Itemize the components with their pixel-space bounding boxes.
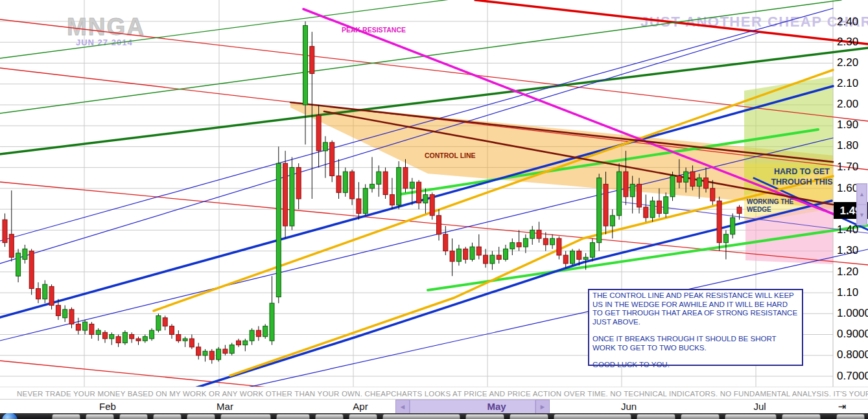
month-label-apr: Apr [353, 400, 368, 413]
analysis-note: THE CONTROL LINE AND PEAK RESISTANCE WIL… [588, 289, 803, 366]
taskbar-button[interactable] [153, 414, 182, 419]
price-axis-label: 1.30 [837, 244, 858, 256]
candle-body [243, 341, 248, 345]
candle-body [557, 238, 561, 255]
scroll-down-button[interactable]: ▼ [857, 205, 867, 225]
taskbar-button[interactable] [276, 414, 310, 419]
taskbar-button[interactable] [637, 414, 675, 419]
candle-body [737, 207, 742, 214]
candle-body [23, 249, 27, 259]
price-axis-label: 2.30 [837, 36, 858, 48]
candle-body [497, 255, 501, 259]
candle-body [463, 249, 468, 259]
taskbar-button[interactable] [119, 414, 148, 419]
month-label-may: May [487, 400, 506, 413]
price-axis-label: 1.90 [837, 119, 858, 131]
candle-body [103, 332, 108, 339]
disclaimer-bar: NEVER TRADE YOUR MONEY BASED ON MY WORK … [0, 387, 868, 399]
candle-body [350, 172, 355, 199]
candle-body [330, 142, 334, 176]
candle-body [597, 178, 602, 243]
taskbar-button[interactable] [782, 414, 821, 419]
month-label-jun: Jun [621, 400, 637, 413]
price-axis-label: 2.40 [837, 16, 858, 28]
candle-body [89, 324, 94, 334]
candle-body [543, 238, 548, 245]
candle-body [63, 310, 67, 318]
candle-body [250, 330, 254, 341]
price-axis-label: 1.10 [837, 286, 858, 299]
candle-body [343, 172, 347, 192]
working-wedge-label: WEDGE [747, 206, 771, 213]
candle-body [470, 247, 475, 259]
candle-body [189, 339, 194, 347]
candle-body [303, 25, 308, 104]
candle-body [256, 330, 261, 337]
scroll-up-button[interactable]: ▲ [857, 184, 867, 205]
taskbar-button[interactable] [315, 414, 344, 419]
candle-body [43, 284, 47, 299]
candle-body [644, 207, 648, 218]
candle-body [504, 249, 508, 259]
horizontal-scrollbar[interactable]: ◄ ► [395, 400, 550, 414]
candle-body [196, 347, 201, 356]
candle-body [410, 182, 414, 188]
candle-body [563, 255, 568, 264]
hard-to-get-label: HARD TO GET [774, 167, 830, 176]
candle-body [484, 255, 488, 264]
note-paragraph: GOOD LUCK TO YOU. [592, 361, 799, 370]
candle-body [156, 316, 161, 331]
candle-body [323, 142, 327, 151]
taskbar-button[interactable] [52, 414, 80, 419]
taskbar-button[interactable] [220, 414, 271, 419]
candle-body [517, 243, 521, 247]
candle-body [577, 251, 581, 260]
scroll-right-button[interactable]: ► [535, 400, 550, 414]
price-axis-label: 1.60 [837, 182, 858, 194]
price-axis-label: 2.00 [837, 98, 858, 110]
taskbar-button[interactable] [187, 414, 215, 419]
candle-body [690, 172, 695, 187]
price-axis-label: 2.20 [837, 56, 858, 69]
taskbar-button[interactable] [349, 414, 377, 419]
candle-body [604, 184, 608, 225]
candle-body [16, 253, 21, 276]
candle-body [69, 310, 74, 324]
price-axis-label: 1.70 [837, 161, 858, 173]
taskbar-button[interactable] [382, 414, 460, 419]
candle-body [49, 286, 54, 305]
candle-body [450, 251, 454, 262]
candle-body [270, 303, 274, 341]
horizontal-scrollbar-track[interactable] [410, 400, 535, 414]
taskbar-button[interactable] [465, 414, 504, 419]
candle-body [617, 172, 622, 216]
taskbar-button[interactable] [725, 414, 777, 419]
candle-body [717, 201, 721, 242]
candle-body [370, 184, 375, 188]
candle-body [650, 201, 655, 218]
windows-taskbar[interactable] [0, 413, 868, 419]
scroll-left-button[interactable]: ◄ [395, 400, 410, 414]
axis-corner-icon[interactable]: ⇥ [838, 401, 846, 413]
candle-body [223, 349, 228, 353]
taskbar-button[interactable] [681, 414, 720, 419]
price-scrollbar[interactable]: ▲ ▼ [856, 183, 867, 225]
candle-body [443, 234, 448, 251]
candle-body [430, 195, 434, 216]
candle-body [296, 168, 301, 199]
taskbar-button[interactable] [86, 414, 114, 419]
time-axis: FebMarAprMayJunJul ◄ ► ⇥ [0, 399, 868, 413]
candle-body [36, 289, 41, 299]
start-orb-icon[interactable] [1, 413, 18, 419]
hard-to-get-label: THROUGH THIS [771, 177, 832, 187]
candle-body [136, 339, 141, 341]
candle-body [510, 243, 515, 249]
candle-body [316, 115, 321, 151]
price-axis-label: 1.40 [837, 223, 858, 236]
taskbar-button[interactable] [510, 414, 548, 419]
taskbar-button[interactable] [836, 414, 865, 419]
candle-body [537, 230, 541, 238]
candle-body [670, 176, 675, 197]
candle-body [9, 234, 14, 257]
taskbar-button[interactable] [554, 414, 631, 419]
